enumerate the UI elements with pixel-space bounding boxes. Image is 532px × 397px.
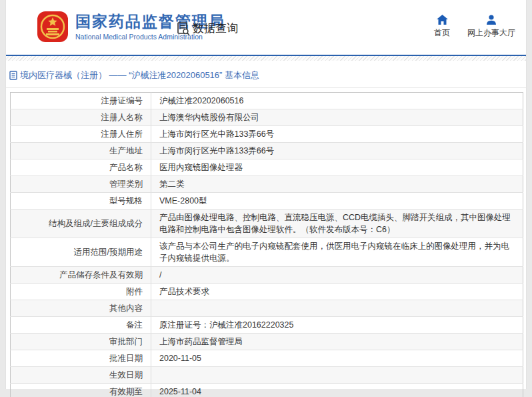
table-row: 其他内容 [11, 300, 523, 317]
field-value: 该产品与本公司生产的电子内窥镜配套使用，供医用电子内窥镜在临床上的图像处理用，并… [151, 238, 523, 267]
data-query-tab[interactable]: 数据查询 [176, 21, 238, 36]
person-icon [486, 15, 497, 25]
field-value: 2020-11-05 [151, 350, 523, 367]
nav-service-hall[interactable]: 网上办事大厅 [467, 15, 515, 39]
document-search-icon [176, 21, 191, 36]
field-label: 产品名称 [11, 159, 151, 176]
table-row: 附件产品技术要求 [11, 284, 523, 300]
field-value: 上海市药品监督管理局 [151, 334, 523, 350]
field-value: VME-2800型 [151, 193, 523, 210]
table-row: 注册证编号沪械注准20202060516 [11, 93, 523, 109]
field-value: 医用内窥镜图像处理器 [151, 159, 523, 176]
field-value: / [151, 267, 523, 284]
table-row: 结构及组成/主要组成成分产品由图像处理电路、控制电路、直流稳压电源、CCD电缆插… [11, 210, 523, 238]
field-label: 生产地址 [11, 143, 151, 159]
data-query-label: 数据查询 [193, 21, 238, 36]
home-icon [437, 15, 448, 25]
table-row: 型号规格VME-2800型 [11, 193, 523, 210]
table-row: 适用范围/预期用途该产品与本公司生产的电子内窥镜配套使用，供医用电子内窥镜在临床… [11, 238, 523, 267]
field-value: 产品技术要求 [151, 284, 523, 300]
field-label: 其他内容 [11, 300, 151, 317]
nav-home-label: 首页 [434, 27, 450, 39]
table-row: 审批部门上海市药品监督管理局 [11, 334, 523, 350]
nav-home[interactable]: 首页 [434, 15, 450, 39]
national-emblem-icon [37, 11, 69, 43]
field-label: 批准日期 [11, 350, 151, 367]
field-label: 结构及组成/主要组成成分 [11, 210, 151, 238]
nav-hall-label: 网上办事大厅 [467, 27, 515, 39]
detail-table: 注册证编号沪械注准20202060516注册人名称上海澳华内镜股份有限公司注册人… [10, 92, 523, 397]
table-row: 管理类别第二类 [11, 176, 523, 193]
field-label: 生效日期 [11, 367, 151, 384]
field-label: 注册证编号 [11, 93, 151, 109]
field-label: 注册人住所 [11, 126, 151, 143]
field-label: 审批部门 [11, 334, 151, 350]
table-row: 产品储存条件及有效期/ [11, 267, 523, 284]
header: 国家药品监督管理局 National Medical Products Admi… [6, 0, 526, 56]
field-label: 注册人名称 [11, 109, 151, 126]
document-icon [9, 71, 17, 80]
table-row: 生产地址上海市闵行区光中路133弄66号 [11, 143, 523, 159]
field-label: 适用范围/预期用途 [11, 238, 151, 267]
field-value: 上海市闵行区光中路133弄66号 [151, 143, 523, 159]
header-hatch-divider [6, 56, 526, 61]
page-title: 境内医疗器械（注册） —— “沪械注准20202060516” 基本信息 [20, 69, 259, 81]
table-row: 产品名称医用内窥镜图像处理器 [11, 159, 523, 176]
field-label: 管理类别 [11, 176, 151, 193]
page: 国家药品监督管理局 National Medical Products Admi… [5, 0, 527, 389]
field-value: 沪械注准20202060516 [151, 93, 523, 109]
field-value [151, 367, 523, 384]
field-label: 附件 [11, 284, 151, 300]
field-value: 上海澳华内镜股份有限公司 [151, 109, 523, 126]
field-label: 备注 [11, 317, 151, 334]
detail-table-body: 注册证编号沪械注准20202060516注册人名称上海澳华内镜股份有限公司注册人… [11, 93, 523, 397]
field-label: 产品储存条件及有效期 [11, 267, 151, 284]
top-nav: 首页 网上办事大厅 [434, 15, 515, 39]
table-row: 生效日期 [11, 367, 523, 384]
field-value: 2025-11-04 [151, 384, 523, 397]
table-row: 有效期至2025-11-04 [11, 384, 523, 397]
field-value: 第二类 [151, 176, 523, 193]
table-row: 注册人住所上海市闵行区光中路133弄66号 [11, 126, 523, 143]
breadcrumb: 境内医疗器械（注册） —— “沪械注准20202060516” 基本信息 [6, 61, 526, 88]
field-value: 原注册证号：沪械注准20162220325 [151, 317, 523, 334]
table-row: 批准日期2020-11-05 [11, 350, 523, 367]
field-value: 产品由图像处理电路、控制电路、直流稳压电源、CCD电缆插头、脚踏开关组成，其中图… [151, 210, 523, 238]
field-label: 型号规格 [11, 193, 151, 210]
field-label: 有效期至 [11, 384, 151, 397]
table-row: 注册人名称上海澳华内镜股份有限公司 [11, 109, 523, 126]
field-value [151, 300, 523, 317]
field-value: 上海市闵行区光中路133弄66号 [151, 126, 523, 143]
table-row: 备注原注册证号：沪械注准20162220325 [11, 317, 523, 334]
